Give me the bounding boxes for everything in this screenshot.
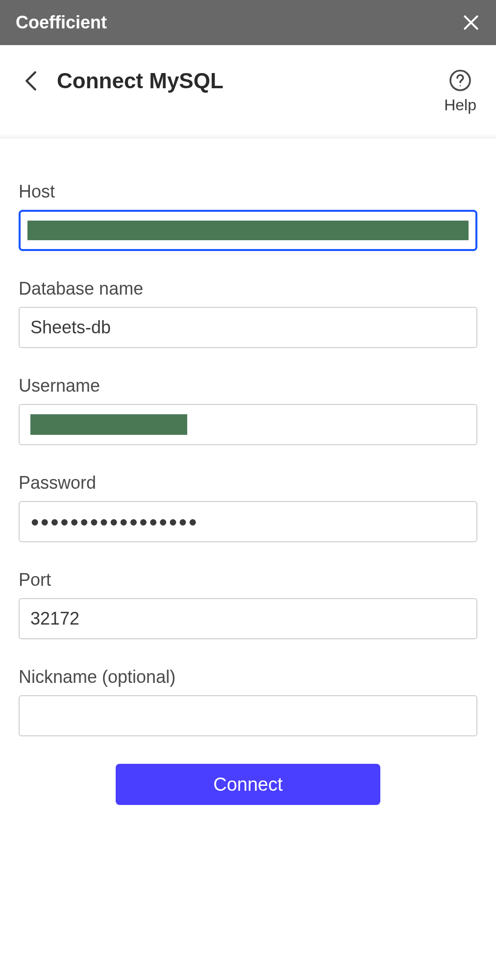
- nickname-input[interactable]: [19, 695, 477, 736]
- page-header: Connect MySQL Help: [0, 45, 496, 138]
- port-label: Port: [19, 570, 477, 590]
- username-value-redacted: [30, 414, 187, 435]
- port-field-group: Port: [19, 570, 477, 639]
- help-icon: [448, 69, 472, 92]
- nickname-label: Nickname (optional): [19, 667, 477, 687]
- host-input[interactable]: [19, 210, 477, 251]
- password-label: Password: [19, 473, 477, 493]
- connect-button[interactable]: Connect: [116, 764, 380, 805]
- port-input[interactable]: [19, 598, 477, 639]
- header-left: Connect MySQL: [25, 69, 223, 93]
- database-name-input[interactable]: [19, 307, 477, 348]
- host-field-group: Host: [19, 181, 477, 251]
- help-button[interactable]: Help: [444, 69, 476, 114]
- username-label: Username: [19, 376, 477, 396]
- app-title: Coefficient: [16, 12, 107, 33]
- help-label: Help: [444, 96, 476, 114]
- password-input[interactable]: ●●●●●●●●●●●●●●●●●: [19, 501, 477, 542]
- host-value-redacted: [27, 221, 469, 240]
- database-name-field-group: Database name: [19, 278, 477, 348]
- connection-form: Host Database name Username Password ●●●…: [0, 138, 496, 805]
- nickname-field-group: Nickname (optional): [19, 667, 477, 736]
- database-name-label: Database name: [19, 278, 477, 299]
- host-label: Host: [19, 181, 477, 202]
- username-field-group: Username: [19, 376, 477, 445]
- back-icon[interactable]: [25, 71, 37, 91]
- password-field-group: Password ●●●●●●●●●●●●●●●●●: [19, 473, 477, 542]
- username-input[interactable]: [19, 404, 477, 445]
- titlebar: Coefficient: [0, 0, 496, 45]
- page-title: Connect MySQL: [57, 69, 223, 93]
- svg-point-3: [460, 85, 461, 86]
- close-icon[interactable]: [462, 13, 480, 32]
- password-value-masked: ●●●●●●●●●●●●●●●●●: [30, 513, 198, 530]
